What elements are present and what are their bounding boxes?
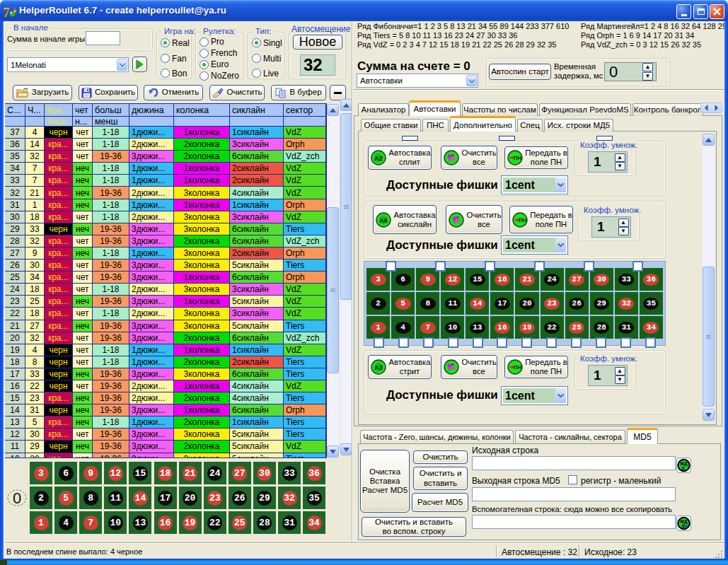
svg-text:ПН: ПН bbox=[514, 364, 521, 371]
svg-text:ПН: ПН bbox=[514, 155, 521, 161]
svg-text:0: 0 bbox=[12, 489, 21, 507]
svg-text:А6: А6 bbox=[380, 216, 388, 223]
svg-text:ПН: ПН bbox=[519, 217, 526, 223]
svg-text:5: 5 bbox=[681, 465, 685, 472]
svg-text:А3: А3 bbox=[375, 364, 383, 371]
svg-text:7: 7 bbox=[4, 5, 10, 18]
svg-text:А2: А2 bbox=[375, 155, 383, 162]
svg-text:5: 5 bbox=[681, 523, 685, 530]
